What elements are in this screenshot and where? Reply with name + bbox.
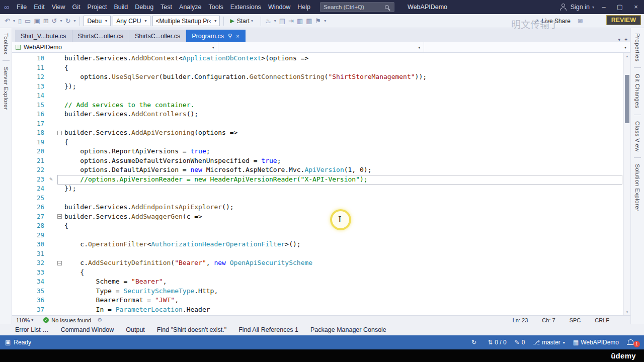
panel-tab-find-shirt-doesn-t-exist[interactable]: Find "Shirt doesn't exist." — [157, 326, 226, 333]
panel-tab-find-all-references-1[interactable]: Find All References 1 — [238, 326, 298, 333]
code-line-16[interactable]: 16builder.Services.AddControllers(); — [12, 110, 623, 119]
menu-help[interactable]: Help — [294, 0, 314, 14]
side-tab-solution-explorer[interactable]: Solution Explorer — [634, 164, 640, 211]
minimize-button[interactable]: – — [596, 0, 612, 14]
undo-caret-icon[interactable]: ▾ — [58, 19, 63, 23]
fold-collapse-icon[interactable]: – — [56, 212, 64, 222]
sync-icon[interactable]: ↻ — [471, 339, 476, 346]
vertical-scrollbar[interactable]: ▴ ▾ — [623, 53, 630, 315]
code-line-14[interactable]: 14 — [12, 91, 623, 101]
side-tab-properties[interactable]: Properties — [634, 33, 640, 61]
code-line-35[interactable]: 35 Type = SecuritySchemeType.Http, — [12, 287, 623, 296]
code-line-23[interactable]: 23✎ //options.ApiVersionReader = new Hea… — [12, 175, 623, 185]
bookmark-caret-icon[interactable]: ▾ — [323, 19, 328, 23]
open-file-icon[interactable]: ▭ — [23, 17, 32, 25]
zoom-selector[interactable]: 110%▾ — [16, 317, 35, 323]
startup-project-dropdown[interactable]: <Multiple Startup Pr‹▾ — [152, 16, 220, 26]
code-line-21[interactable]: 21 options.AssumeDefaultVersionWhenUnspe… — [12, 156, 623, 166]
background-tasks-icon[interactable]: ▣ — [5, 339, 11, 346]
code-line-33[interactable]: 33 { — [12, 268, 623, 278]
feedback-icon[interactable]: ✉ — [578, 18, 583, 25]
scrollbar-thumb[interactable] — [625, 75, 629, 123]
issues-indicator[interactable]: No issues found — [51, 317, 91, 323]
breadcrumb-project[interactable]: WebAPIDemo ▾ — [12, 42, 218, 52]
start-debugging-button[interactable]: ▶ Start ▾ — [226, 16, 258, 27]
breadcrumb-member[interactable]: ▾ — [424, 42, 630, 52]
menu-project[interactable]: Project — [84, 0, 111, 14]
line-ending-indicator[interactable]: CRLF — [595, 317, 609, 323]
redo-icon[interactable]: ↻ — [64, 17, 72, 25]
tab-shirtsc-oller-cs[interactable]: ShirtsC...oller.cs — [129, 30, 186, 42]
code-line-22[interactable]: 22 options.DefaultApiVersion = new Micro… — [12, 165, 623, 175]
notifications-button[interactable]: 1 — [627, 337, 639, 347]
navigate-forward-icon[interactable]: ⇥ — [287, 17, 295, 25]
tab-program-cs[interactable]: Program.cs⚲× — [186, 30, 245, 42]
new-tab-icon[interactable]: + — [624, 37, 627, 42]
side-tab-git-changes[interactable]: Git Changes — [634, 74, 640, 108]
side-tab-server-explorer[interactable]: Server Explorer — [3, 67, 9, 110]
platform-dropdown[interactable]: Any CPU▾ — [113, 16, 150, 26]
menu-window[interactable]: Window — [265, 0, 294, 14]
repository-selector[interactable]: ▦ WebAPIDemo — [573, 339, 619, 346]
code-line-25[interactable]: 25 — [12, 194, 623, 203]
pending-changes[interactable]: ✎ 0 — [515, 339, 525, 346]
nav-back-icon[interactable]: ↶ — [3, 17, 12, 25]
code-line-30[interactable]: 30 c.OperationFilter<AuthorizationHeader… — [12, 240, 623, 249]
code-line-13[interactable]: 13}); — [12, 82, 623, 92]
save-icon[interactable]: ▣ — [32, 17, 41, 25]
code-line-11[interactable]: 11{ — [12, 63, 623, 73]
undo-icon[interactable]: ↺ — [50, 17, 59, 25]
sign-in-button[interactable]: Sign in — [570, 4, 591, 11]
panel-tab-error-list[interactable]: Error List … — [15, 326, 49, 333]
redo-caret-icon[interactable]: ▾ — [72, 19, 77, 23]
code-line-20[interactable]: 20 options.ReportApiVersions = true; — [12, 147, 623, 156]
scroll-up-icon[interactable]: ▴ — [624, 54, 630, 58]
pin-icon[interactable]: ⚲ — [228, 33, 232, 39]
scroll-down-icon[interactable]: ▾ — [624, 310, 630, 314]
code-line-31[interactable]: 31 — [12, 249, 623, 259]
gear-icon[interactable]: ⚙ — [97, 317, 102, 323]
tab-list-caret-icon[interactable]: ▾ — [618, 37, 620, 42]
panel-tab-command-window[interactable]: Command Window — [61, 326, 114, 333]
code-line-29[interactable]: 29 — [12, 231, 623, 240]
code-line-38[interactable]: 38 }); — [12, 314, 623, 315]
configuration-dropdown[interactable]: Debu▾ — [84, 16, 111, 26]
menu-file[interactable]: File — [13, 0, 30, 14]
live-share-button[interactable]: ↗ Live Share ✉ — [534, 14, 583, 28]
code-line-37[interactable]: 37 In = ParameterLocation.Header — [12, 305, 623, 315]
hot-reload-icon[interactable]: ♨ — [264, 17, 273, 25]
nav-back-caret-icon[interactable]: ▾ — [12, 19, 17, 23]
bookmark-icon[interactable]: ⚑ — [314, 17, 323, 25]
branch-selector[interactable]: ⎇ master ▾ — [533, 339, 565, 346]
close-button[interactable]: × — [628, 0, 644, 14]
code-line-12[interactable]: 12 options.UseSqlServer(builder.Configur… — [12, 72, 623, 82]
menu-test[interactable]: Test — [157, 0, 176, 14]
code-line-24[interactable]: 24}); — [12, 184, 623, 194]
panel-tab-package-manager-console[interactable]: Package Manager Console — [310, 326, 386, 333]
panel-tab-output[interactable]: Output — [126, 326, 145, 333]
menu-view[interactable]: View — [48, 0, 69, 14]
menu-build[interactable]: Build — [110, 0, 131, 14]
comment-icon[interactable]: ▥ — [295, 17, 304, 25]
menu-analyze[interactable]: Analyze — [176, 0, 205, 14]
tab-shirtsc-oller-cs[interactable]: ShirtsC...oller.cs — [72, 30, 129, 42]
restore-button[interactable]: ▢ — [612, 0, 628, 14]
code-line-26[interactable]: 26builder.Services.AddEndpointsApiExplor… — [12, 203, 623, 212]
new-file-icon[interactable]: ▯ — [17, 17, 23, 25]
close-icon[interactable]: × — [236, 33, 239, 39]
code-line-34[interactable]: 34 Scheme = "Bearer", — [12, 277, 623, 287]
code-line-32[interactable]: 32– c.AddSecurityDefinition("Bearer", ne… — [12, 258, 623, 268]
code-line-18[interactable]: 18–builder.Services.AddApiVersioning(opt… — [12, 128, 623, 138]
git-push-pull-counts[interactable]: ⇅ 0 / 0 — [488, 339, 506, 346]
code-editor[interactable]: 10builder.Services.AddDbContext<Applicat… — [12, 53, 630, 315]
menu-extensions[interactable]: Extensions — [227, 0, 265, 14]
breadcrumb-type[interactable]: ▾ — [218, 42, 425, 52]
fold-collapse-icon[interactable]: – — [56, 128, 64, 138]
find-in-files-icon[interactable]: ▤ — [278, 17, 287, 25]
save-all-icon[interactable]: ⊞ — [42, 17, 50, 25]
side-tab-toolbox[interactable]: Toolbox — [3, 33, 9, 54]
tab-shirt-v-bute-cs[interactable]: Shirt_V...bute.cs — [15, 30, 72, 42]
uncomment-icon[interactable]: ▦ — [304, 17, 313, 25]
column-indicator[interactable]: Ch: 7 — [542, 317, 555, 323]
fold-collapse-icon[interactable]: – — [56, 258, 64, 268]
